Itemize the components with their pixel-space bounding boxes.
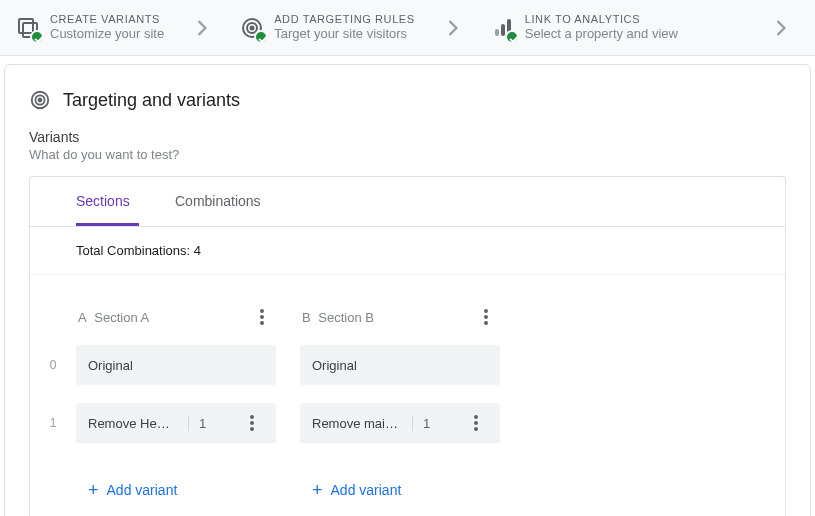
add-variant-button[interactable]: + Add variant	[76, 461, 276, 499]
variant-weight[interactable]: 1	[412, 416, 446, 431]
step-link-analytics[interactable]: LINK TO ANALYTICS Select a property and …	[483, 12, 686, 43]
setup-stepper: CREATE VARIANTS Customize your site ADD …	[0, 0, 815, 56]
variant-chip[interactable]: Remove He… 1	[76, 403, 276, 443]
targeting-variants-card: Targeting and variants Variants What do …	[4, 64, 811, 516]
step-title: ADD TARGETING RULES	[274, 12, 415, 26]
section-header-a: A Section A	[76, 299, 276, 345]
svg-point-14	[484, 309, 488, 313]
check-badge-icon	[254, 30, 268, 44]
svg-point-16	[484, 321, 488, 325]
target-icon	[29, 89, 51, 111]
variants-panel: Sections Combinations Total Combinations…	[29, 176, 786, 516]
variant-weight[interactable]: 1	[188, 416, 222, 431]
svg-rect-6	[501, 24, 505, 36]
step-subtitle: Target your site visitors	[274, 26, 415, 43]
panel-tabs: Sections Combinations	[30, 177, 785, 227]
plus-icon: +	[312, 481, 323, 499]
svg-point-19	[250, 427, 254, 431]
svg-point-15	[484, 315, 488, 319]
total-combinations: Total Combinations: 4	[30, 227, 785, 275]
step-add-targeting[interactable]: ADD TARGETING RULES Target your site vis…	[232, 12, 423, 43]
step-title: CREATE VARIANTS	[50, 12, 164, 26]
check-badge-icon	[505, 30, 519, 44]
page-title: Targeting and variants	[63, 90, 240, 111]
variants-hint: What do you want to test?	[5, 145, 810, 176]
variants-icon	[16, 16, 40, 40]
check-badge-icon	[30, 30, 44, 44]
tab-sections[interactable]: Sections	[76, 177, 139, 226]
variant-chip-original[interactable]: Original	[300, 345, 500, 385]
row-index: 1	[30, 403, 76, 443]
svg-point-17	[250, 415, 254, 419]
svg-rect-5	[495, 29, 499, 36]
section-menu-button[interactable]	[474, 305, 498, 329]
variant-chip[interactable]: Remove mai… 1	[300, 403, 500, 443]
svg-point-12	[260, 315, 264, 319]
svg-point-10	[39, 99, 42, 102]
svg-point-20	[474, 415, 478, 419]
chevron-right-icon	[769, 16, 793, 40]
variant-menu-button[interactable]	[464, 411, 488, 435]
chevron-right-icon	[190, 16, 214, 40]
sections-grid: A Section A B Section B 0 Original Origi…	[30, 275, 785, 516]
svg-point-22	[474, 427, 478, 431]
chevron-right-icon	[441, 16, 465, 40]
svg-point-4	[251, 26, 254, 29]
row-index: 0	[30, 345, 76, 385]
add-variant-button[interactable]: + Add variant	[300, 461, 500, 499]
step-create-variants[interactable]: CREATE VARIANTS Customize your site	[8, 12, 172, 43]
step-title: LINK TO ANALYTICS	[525, 12, 678, 26]
target-icon	[240, 16, 264, 40]
section-menu-button[interactable]	[250, 305, 274, 329]
section-header-b: B Section B	[300, 299, 500, 345]
svg-point-18	[250, 421, 254, 425]
svg-rect-0	[19, 19, 33, 33]
step-subtitle: Customize your site	[50, 26, 164, 43]
tab-combinations[interactable]: Combinations	[175, 177, 261, 226]
svg-point-21	[474, 421, 478, 425]
analytics-icon	[491, 16, 515, 40]
step-subtitle: Select a property and view	[525, 26, 678, 43]
variant-chip-original[interactable]: Original	[76, 345, 276, 385]
variant-menu-button[interactable]	[240, 411, 264, 435]
variants-heading: Variants	[5, 129, 810, 145]
svg-point-11	[260, 309, 264, 313]
svg-point-13	[260, 321, 264, 325]
plus-icon: +	[88, 481, 99, 499]
